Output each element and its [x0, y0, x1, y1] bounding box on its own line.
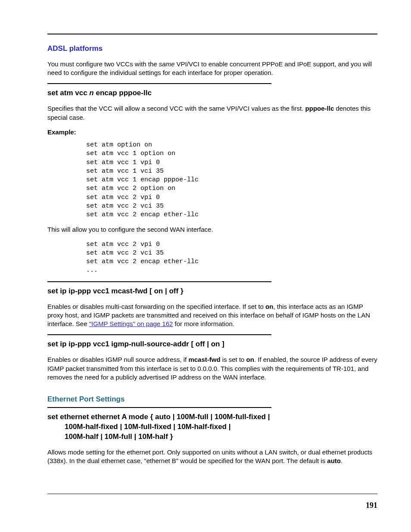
divider — [47, 281, 271, 282]
example-label: Example: — [47, 128, 377, 137]
param-n: n — [89, 89, 93, 97]
text: set atm vcc — [47, 89, 89, 97]
paragraph: Allows mode setting for the ethernet por… — [47, 448, 377, 466]
bold-text: pppoe-llc — [305, 105, 334, 112]
em-text: same — [159, 60, 175, 68]
page-number: 191 — [366, 500, 377, 510]
code-block: set atm vcc 2 vpi 0 set atm vcc 2 vci 35… — [86, 240, 377, 275]
paragraph: Specifies that the VCC will allow a seco… — [47, 104, 377, 122]
paragraph: You must configure two VCCs with the sam… — [47, 60, 377, 78]
section-heading-ethernet: Ethernet Port Settings — [47, 395, 377, 404]
cross-ref-link[interactable]: "IGMP Settings" on page 162 — [89, 320, 173, 327]
text: set ethernet ethernet A mode { auto | 10… — [47, 413, 270, 421]
text: Allows mode setting for the ethernet por… — [47, 448, 373, 464]
bold-text: auto — [327, 457, 341, 464]
text: Enables or disables IGMP null source add… — [47, 356, 188, 363]
command-heading: set ethernet ethernet A mode { auto | 10… — [47, 412, 377, 442]
code-block: set atm option on set atm vcc 1 option o… — [86, 141, 377, 219]
text: Enables or disables multi-cast forwardin… — [47, 303, 265, 310]
text: is set to — [221, 356, 246, 363]
text: 100M-half-fixed | 10M-full-fixed | 10M-h… — [47, 422, 377, 432]
bold-text: mcast-fwd — [188, 356, 220, 363]
paragraph: Enables or disables multi-cast forwardin… — [47, 302, 377, 329]
footer-divider — [47, 494, 377, 494]
content-area: ADSL platforms You must configure two VC… — [47, 34, 377, 465]
bold-text: on — [265, 303, 273, 310]
text: . — [341, 457, 342, 464]
text: encap pppoe-llc — [94, 89, 152, 97]
bold-text: on — [246, 356, 254, 363]
page-container: ADSL platforms You must configure two VC… — [0, 0, 411, 532]
divider — [47, 83, 271, 84]
text: 100M-half | 10M-full | 10M-half } — [47, 432, 377, 442]
divider — [47, 407, 271, 408]
text: You must configure two VCCs with the — [47, 60, 159, 68]
paragraph: This will allow you to configure the sec… — [47, 225, 377, 234]
paragraph: Enables or disables IGMP null source add… — [47, 355, 377, 382]
command-heading: set ip ip-ppp vcc1 mcast-fwd [ on | off … — [47, 286, 377, 296]
command-heading: set atm vcc n encap pppoe-llc — [47, 88, 377, 98]
command-heading: set ip ip-ppp vcc1 igmp-null-source-addr… — [47, 339, 377, 349]
text: for more information. — [173, 320, 234, 327]
section-heading-adsl: ADSL platforms — [47, 44, 377, 54]
divider — [47, 334, 271, 335]
text: Specifies that the VCC will allow a seco… — [47, 105, 305, 112]
